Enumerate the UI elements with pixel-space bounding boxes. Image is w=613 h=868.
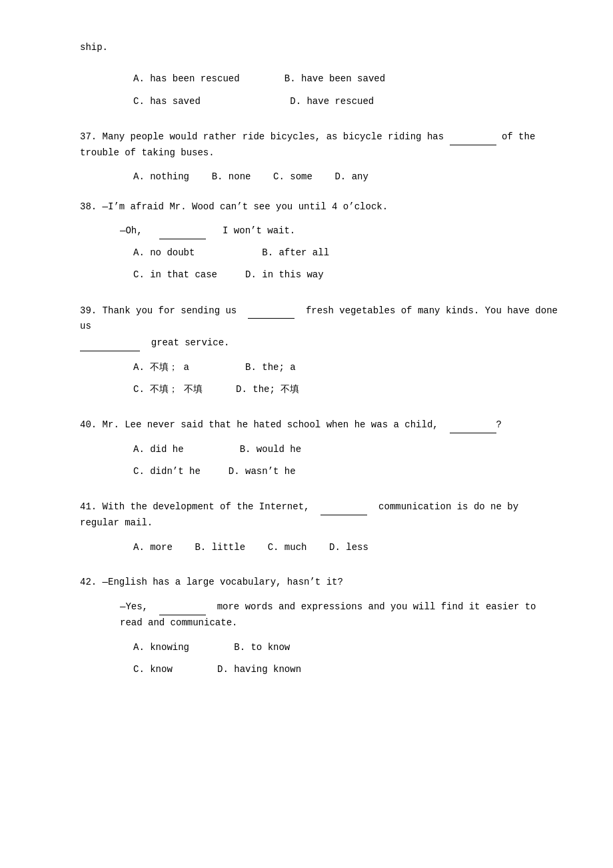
q39-option-a: A. 不填； a [133, 362, 189, 373]
q40-block: 40. Mr. Lee never said that he hated sch… [80, 417, 560, 480]
q39-options-row1: A. 不填； a B. the; a [133, 359, 560, 376]
q36-option-c: C. has saved [133, 96, 201, 107]
q41-blank [320, 499, 367, 515]
q38-option-c: C. in that case [133, 269, 217, 280]
q38-option-b: B. after all [262, 247, 329, 258]
q38-options-row1: A. no doubt B. after all [133, 245, 560, 261]
q39-blank2 [80, 335, 140, 351]
q40-options-row2: C. didn’t he D. wasn’t he [133, 463, 560, 480]
q42-options-row2: C. know D. having known [133, 661, 560, 678]
q37-option-a: A. nothing [133, 171, 189, 182]
q40-option-c: C. didn’t he [133, 466, 201, 477]
q39-block: 39. Thank you for sending us fresh veget… [80, 303, 560, 399]
q36-option-d: D. have rescued [290, 96, 374, 107]
q40-option-d: D. wasn’t he [229, 466, 296, 477]
q38-label: 38. —I’m afraid Mr. Wood can’t see you u… [80, 199, 560, 215]
intro-line: ship. [80, 40, 560, 55]
q42-dialog2: —Yes, more words and expressions and you… [120, 599, 560, 631]
q37-option-b: B. none [212, 171, 251, 182]
q42-blank [159, 599, 206, 615]
q42-option-c: C. know [133, 664, 173, 675]
q41-option-a: A. more [133, 542, 173, 553]
q41-option-d: D. less [329, 542, 368, 553]
q38-block: 38. —I’m afraid Mr. Wood can’t see you u… [80, 199, 560, 284]
q38-options-row2: C. in that case D. in this way [133, 267, 560, 283]
q41-block: 41. With the development of the Internet… [80, 499, 560, 556]
q39-options-row2: C. 不填； 不填 D. the; 不填 [133, 381, 560, 398]
q42-option-b: B. to know [234, 642, 290, 653]
q39-option-d: D. the; 不填 [236, 384, 299, 395]
q40-option-a: A. did he [133, 444, 184, 455]
q42-block: 42. —English has a large vocabulary, has… [80, 575, 560, 678]
q36-block: A. has been rescued B. have been saved C… [80, 71, 560, 109]
q39-blank1 [248, 303, 295, 319]
q40-text: 40. Mr. Lee never said that he hated sch… [80, 417, 560, 433]
q37-block: 37. Many people would rather ride bicycl… [80, 129, 560, 186]
q37-blank [450, 129, 496, 145]
q42-option-d: D. having known [217, 664, 301, 675]
q40-options-row1: A. did he B. would he [133, 441, 560, 458]
q38-option-d: D. in this way [245, 269, 324, 280]
q36-option-b: B. have been saved [285, 73, 385, 84]
q41-text: 41. With the development of the Internet… [80, 499, 560, 531]
q41-option-c: C. much [268, 542, 307, 553]
q36-options-row1: A. has been rescued B. have been saved [133, 71, 560, 87]
q38-option-a: A. no doubt [133, 247, 195, 258]
q39-option-c: C. 不填； 不填 [133, 384, 203, 395]
q36-option-a: A. has been rescued [133, 73, 240, 84]
q36-options-row2: C. has saved D. have rescued [133, 93, 560, 110]
q42-options-row1: A. knowing B. to know [133, 639, 560, 656]
q37-option-d: D. any [334, 171, 368, 182]
q42-dialog1: 42. —English has a large vocabulary, has… [80, 575, 560, 591]
q39-option-b: B. the; a [245, 362, 296, 373]
q38-dialog2: —Oh, I won’t wait. [120, 223, 560, 239]
q40-option-b: B. would he [240, 444, 301, 455]
q37-option-c: C. some [273, 171, 312, 182]
q38-blank [159, 223, 206, 239]
q41-options-row1: A. more B. little C. much D. less [133, 539, 560, 556]
q39-text: 39. Thank you for sending us fresh veget… [80, 303, 560, 351]
q40-blank [450, 417, 496, 433]
q42-option-a: A. knowing [133, 642, 189, 653]
q41-option-b: B. little [195, 542, 245, 553]
q37-options-row1: A. nothing B. none C. some D. any [133, 169, 560, 185]
q37-text: 37. Many people would rather ride bicycl… [80, 129, 560, 161]
